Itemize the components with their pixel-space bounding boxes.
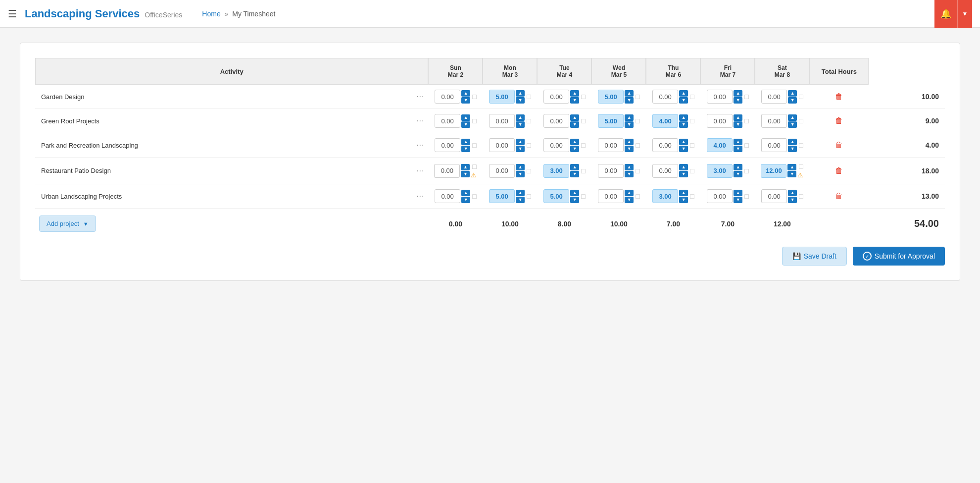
note-icon[interactable]: □ [744, 117, 748, 125]
spin-up-4-0[interactable]: ▲ [461, 190, 470, 196]
spin-up-0-3[interactable]: ▲ [625, 90, 634, 97]
note-icon[interactable]: □ [636, 93, 639, 101]
note-icon[interactable]: □ [527, 141, 531, 149]
hour-input-3-3[interactable] [598, 164, 624, 178]
hour-input-2-1[interactable] [489, 138, 515, 152]
spin-up-3-6[interactable]: ▲ [787, 164, 796, 170]
note-icon[interactable]: □ [581, 93, 585, 101]
spin-up-3-1[interactable]: ▲ [516, 164, 525, 170]
spin-up-1-5[interactable]: ▲ [734, 114, 742, 121]
spin-down-4-0[interactable]: ▼ [461, 197, 470, 203]
spin-up-2-2[interactable]: ▲ [570, 139, 579, 145]
row-menu-dots[interactable]: ··· [412, 158, 428, 184]
save-draft-button[interactable]: 💾 Save Draft [782, 247, 847, 266]
hour-input-3-1[interactable] [489, 164, 515, 178]
spin-down-2-5[interactable]: ▼ [734, 146, 742, 152]
spin-down-3-4[interactable]: ▼ [679, 171, 688, 177]
warning-icon[interactable]: ⚠ [471, 171, 477, 179]
spin-down-2-4[interactable]: ▼ [679, 146, 688, 152]
row-menu-dots[interactable]: ··· [412, 184, 428, 209]
spin-up-1-6[interactable]: ▲ [788, 114, 797, 121]
spin-down-4-6[interactable]: ▼ [788, 197, 797, 203]
note-icon[interactable]: □ [581, 167, 585, 175]
spin-down-3-3[interactable]: ▼ [625, 171, 634, 177]
hour-input-1-4[interactable] [652, 114, 678, 128]
note-icon[interactable]: □ [472, 141, 476, 149]
spin-down-0-4[interactable]: ▼ [679, 97, 688, 104]
spin-down-1-1[interactable]: ▼ [516, 121, 525, 128]
spin-up-3-4[interactable]: ▲ [679, 164, 688, 170]
note-icon[interactable]: □ [581, 117, 585, 125]
note-icon[interactable]: □ [636, 192, 639, 200]
spin-down-4-3[interactable]: ▼ [625, 197, 634, 203]
hour-input-1-3[interactable] [598, 114, 624, 128]
spin-down-2-6[interactable]: ▼ [788, 146, 797, 152]
hour-input-3-0[interactable] [434, 164, 460, 178]
spin-down-1-2[interactable]: ▼ [570, 121, 579, 128]
row-menu-dots[interactable]: ··· [412, 85, 428, 109]
spin-down-4-5[interactable]: ▼ [734, 197, 742, 203]
note-icon[interactable]: □ [744, 167, 748, 175]
note-icon[interactable]: □ [472, 93, 476, 101]
row-menu-dots[interactable]: ··· [412, 133, 428, 158]
spin-down-1-5[interactable]: ▼ [734, 121, 742, 128]
spin-up-3-2[interactable]: ▲ [570, 164, 579, 170]
spin-up-0-1[interactable]: ▲ [516, 90, 525, 97]
spin-down-3-1[interactable]: ▼ [516, 171, 525, 177]
note-icon[interactable]: □ [472, 162, 476, 170]
hour-input-4-2[interactable] [543, 189, 569, 203]
note-icon[interactable]: □ [799, 93, 803, 101]
hour-input-1-5[interactable] [707, 114, 733, 128]
hour-input-2-6[interactable] [761, 138, 787, 152]
delete-row-icon[interactable]: 🗑 [835, 166, 843, 175]
spin-up-3-5[interactable]: ▲ [734, 164, 742, 170]
spin-up-0-0[interactable]: ▲ [461, 90, 470, 97]
hour-input-4-1[interactable] [489, 189, 515, 203]
spin-down-0-2[interactable]: ▼ [570, 97, 579, 104]
spin-down-4-2[interactable]: ▼ [570, 197, 579, 203]
note-icon[interactable]: □ [690, 192, 694, 200]
note-icon[interactable]: □ [744, 192, 748, 200]
spin-down-3-6[interactable]: ▼ [787, 171, 796, 177]
hour-input-0-2[interactable] [543, 90, 569, 104]
delete-row-icon[interactable]: 🗑 [835, 141, 843, 149]
hour-input-3-4[interactable] [652, 164, 678, 178]
hour-input-1-0[interactable] [435, 114, 460, 128]
menu-icon[interactable]: ☰ [8, 8, 17, 20]
nav-home-link[interactable]: Home [202, 10, 220, 18]
spin-up-4-6[interactable]: ▲ [788, 190, 797, 196]
spin-down-0-3[interactable]: ▼ [625, 97, 634, 104]
warning-icon[interactable]: ⚠ [797, 171, 803, 179]
note-icon[interactable]: □ [636, 141, 639, 149]
note-icon[interactable]: □ [527, 117, 531, 125]
delete-row-icon[interactable]: 🗑 [835, 116, 843, 125]
delete-row-icon[interactable]: 🗑 [835, 92, 843, 101]
spin-up-3-3[interactable]: ▲ [625, 164, 634, 170]
hour-input-1-2[interactable] [543, 114, 569, 128]
spin-up-1-1[interactable]: ▲ [516, 114, 525, 121]
submit-button[interactable]: ✓ Submit for Approval [853, 247, 945, 266]
hour-input-0-3[interactable] [598, 90, 624, 104]
spin-down-2-1[interactable]: ▼ [516, 146, 525, 152]
spin-up-4-4[interactable]: ▲ [679, 190, 688, 196]
spin-down-0-6[interactable]: ▼ [788, 97, 797, 104]
spin-up-4-2[interactable]: ▲ [570, 190, 579, 196]
note-icon[interactable]: □ [799, 192, 803, 200]
spin-up-2-4[interactable]: ▲ [679, 139, 688, 145]
spin-up-3-0[interactable]: ▲ [461, 164, 470, 170]
spin-down-3-2[interactable]: ▼ [570, 171, 579, 177]
note-icon[interactable]: □ [527, 192, 531, 200]
spin-up-1-4[interactable]: ▲ [679, 114, 688, 121]
spin-down-3-5[interactable]: ▼ [734, 171, 742, 177]
spin-up-2-1[interactable]: ▲ [516, 139, 525, 145]
hour-input-4-4[interactable] [652, 189, 678, 203]
note-icon[interactable]: □ [472, 117, 476, 125]
row-menu-dots[interactable]: ··· [412, 109, 428, 133]
note-icon[interactable]: □ [690, 93, 694, 101]
note-icon[interactable]: □ [744, 141, 748, 149]
spin-up-2-3[interactable]: ▲ [625, 139, 634, 145]
note-icon[interactable]: □ [527, 167, 531, 175]
note-icon[interactable]: □ [527, 93, 531, 101]
spin-down-2-3[interactable]: ▼ [625, 146, 634, 152]
note-icon[interactable]: □ [799, 162, 803, 170]
